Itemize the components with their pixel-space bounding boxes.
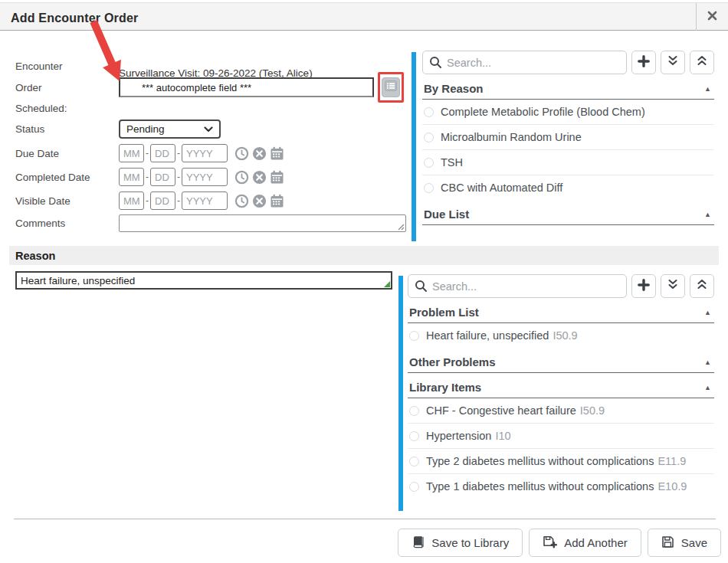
double-chevron-up-icon (696, 279, 708, 293)
status-selected-value: Pending (126, 123, 165, 135)
plus-icon (638, 279, 650, 294)
completed-date-label: Completed Date (15, 172, 119, 183)
collapse-icon[interactable]: ▲ (704, 309, 711, 316)
status-label: Status (15, 123, 119, 135)
completed-date-clear-icon[interactable] (252, 170, 267, 185)
list-item[interactable]: Complete Metabolic Profile (Blood Chem) (422, 100, 714, 125)
visible-date-row: Visible Date - - (15, 191, 284, 210)
section-header-due-list[interactable]: Due List ▲ (422, 203, 714, 225)
red-highlight-box (378, 72, 404, 103)
order-label: Order (15, 82, 119, 93)
radio-icon[interactable] (409, 406, 419, 416)
date-separator: - (146, 172, 149, 182)
completed-date-time-icon[interactable] (234, 170, 249, 185)
collapse-icon[interactable]: ▲ (704, 85, 711, 93)
add-encounter-order-dialog: Add Encounter Order Encounter Surveillan… (0, 0, 728, 563)
visible-date-calendar-icon[interactable] (270, 194, 284, 208)
list-item[interactable]: TSH (422, 150, 714, 175)
expand-all-button[interactable] (661, 274, 685, 298)
add-order-button[interactable] (631, 51, 656, 74)
comments-textarea[interactable] (119, 214, 406, 232)
due-date-row: Due Date - - (15, 144, 284, 162)
due-date-clear-icon[interactable] (252, 146, 267, 161)
chevron-down-icon (204, 123, 213, 135)
status-row: Status Pending (15, 119, 221, 139)
list-item[interactable]: CHF - Congestive heart failureI50.9 (408, 398, 714, 424)
plus-icon (638, 55, 650, 70)
date-separator: - (146, 148, 149, 159)
collapse-all-button[interactable] (690, 51, 714, 74)
visible-date-label: Visible Date (15, 195, 119, 207)
save-to-library-button[interactable]: Save to Library (398, 529, 523, 557)
list-item[interactable]: Heart failure, unspecifiedI50.9 (408, 323, 714, 348)
save-button[interactable]: Save (648, 529, 721, 557)
collapse-icon[interactable]: ▲ (704, 358, 711, 366)
dialog-titlebar: Add Encounter Order (0, 2, 728, 31)
reason-picker-panel: Problem List ▲ Heart failure, unspecifie… (398, 274, 714, 511)
expand-all-button[interactable] (661, 51, 685, 74)
add-reason-button[interactable] (631, 274, 656, 298)
order-autocomplete-input[interactable]: *** autocomplete field *** (119, 77, 374, 97)
add-another-button[interactable]: Add Another (529, 529, 641, 557)
reason-section-header: Reason (9, 246, 719, 265)
due-date-time-icon[interactable] (234, 146, 249, 161)
status-select[interactable]: Pending (119, 119, 221, 139)
comments-row: Comments (15, 214, 406, 232)
list-item[interactable]: CBC with Automated Diff (422, 175, 714, 200)
diagnosis-code: I50.9 (553, 329, 577, 342)
visible-date-yyyy-input[interactable] (182, 191, 228, 210)
completed-date-yyyy-input[interactable] (182, 168, 228, 186)
section-header-other-problems[interactable]: Other Problems ▲ (408, 351, 714, 373)
diagnosis-code: I10 (495, 430, 510, 442)
collapse-icon[interactable]: ▲ (704, 384, 711, 391)
resize-handle-icon[interactable] (397, 223, 405, 231)
list-item[interactable]: Type 2 diabetes mellitus without complic… (408, 449, 714, 474)
due-date-label: Due Date (15, 148, 119, 159)
close-button[interactable] (696, 3, 728, 31)
section-header-by-reason[interactable]: By Reason ▲ (422, 77, 714, 100)
reason-search-row (408, 274, 714, 298)
list-item[interactable]: Microalbumin Random Urine (422, 125, 714, 150)
list-item[interactable]: Type 1 diabetes mellitus without complic… (408, 474, 714, 499)
visible-date-mm-input[interactable] (119, 191, 144, 210)
scheduled-label: Scheduled: (15, 103, 119, 114)
section-header-problem-list[interactable]: Problem List ▲ (408, 301, 714, 323)
visible-date-dd-input[interactable] (150, 191, 175, 210)
radio-icon[interactable] (424, 107, 434, 117)
radio-icon[interactable] (409, 482, 419, 492)
due-date-mm-input[interactable] (119, 144, 144, 162)
section-header-library-items[interactable]: Library Items ▲ (408, 376, 714, 398)
reason-autocomplete-input[interactable]: Heart failure, unspecified (15, 271, 392, 290)
order-search-row (422, 51, 714, 74)
save-plus-icon (543, 535, 557, 551)
visible-date-clear-icon[interactable] (252, 194, 267, 208)
radio-icon[interactable] (409, 457, 419, 466)
book-icon (412, 535, 425, 551)
radio-icon[interactable] (409, 331, 419, 341)
radio-icon[interactable] (409, 431, 419, 441)
collapse-all-button[interactable] (690, 274, 714, 298)
order-search-input[interactable] (422, 51, 627, 74)
due-date-calendar-icon[interactable] (270, 146, 284, 161)
autocomplete-corner-icon (384, 281, 390, 287)
collapse-icon[interactable]: ▲ (704, 211, 711, 218)
completed-date-calendar-icon[interactable] (270, 170, 284, 185)
double-chevron-down-icon (667, 55, 679, 70)
due-date-dd-input[interactable] (150, 144, 175, 162)
due-date-yyyy-input[interactable] (182, 144, 228, 162)
encounter-row: Encounter Surveillance Visit: 09-26-2022… (15, 54, 313, 79)
diagnosis-code: E10.9 (657, 480, 687, 493)
radio-icon[interactable] (424, 183, 434, 193)
double-chevron-up-icon (696, 55, 708, 70)
completed-date-dd-input[interactable] (150, 168, 175, 186)
completed-date-mm-input[interactable] (119, 168, 144, 186)
radio-icon[interactable] (424, 133, 434, 142)
footer-divider (14, 519, 716, 519)
list-item[interactable]: HypertensionI10 (408, 424, 714, 449)
radio-icon[interactable] (424, 158, 434, 168)
order-picker-panel: By Reason ▲ Complete Metabolic Profile (… (412, 51, 714, 241)
order-list-button[interactable] (382, 77, 400, 97)
search-icon (415, 280, 428, 296)
reason-search-input[interactable] (408, 274, 627, 298)
visible-date-time-icon[interactable] (234, 194, 249, 208)
